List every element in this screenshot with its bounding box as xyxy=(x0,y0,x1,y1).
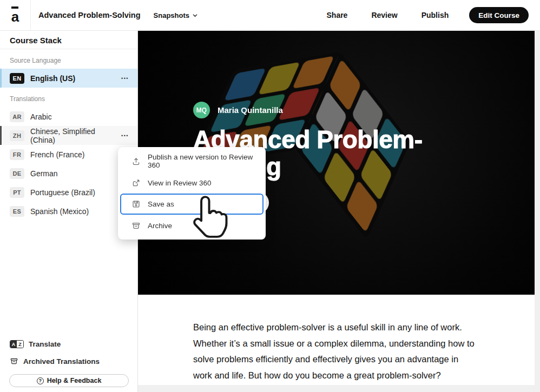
language-name: English (US) xyxy=(30,74,75,83)
app-window: a Advanced Problem-Solving Snapshots Sha… xyxy=(0,0,540,392)
archive-icon xyxy=(10,357,18,366)
language-name: French (France) xyxy=(30,150,84,159)
language-code-badge: ES xyxy=(10,206,24,217)
menu-item-label: Save as xyxy=(148,200,174,208)
language-row-spanish[interactable]: ES Spanish (Mexico) xyxy=(0,202,137,221)
language-code-badge: EN xyxy=(10,73,24,84)
menu-item-label: Publish a new version to Review 360 xyxy=(148,153,264,169)
menu-item-publish-new-version[interactable]: Publish a new version to Review 360 xyxy=(120,150,264,172)
help-feedback-button[interactable]: ? Help & Feedback xyxy=(9,374,129,387)
review-link[interactable]: Review xyxy=(371,11,397,19)
avatar: MQ xyxy=(193,102,210,118)
top-bar: a Advanced Problem-Solving Snapshots Sha… xyxy=(0,0,540,31)
course-intro-paragraph: Being an effective problem-solver is a u… xyxy=(193,320,478,383)
help-feedback-label: Help & Feedback xyxy=(47,377,102,384)
language-name: German xyxy=(30,169,58,178)
language-code-badge: DE xyxy=(10,168,24,179)
language-name: Chinese, Simplified (China) xyxy=(30,127,115,144)
menu-item-label: Archive xyxy=(148,222,172,230)
course-author: MQ Maria Quintanilla xyxy=(193,102,410,118)
language-name: Portuguese (Brazil) xyxy=(30,188,95,197)
row-options-icon[interactable]: ••• xyxy=(121,133,137,138)
question-circle-icon: ? xyxy=(37,377,44,384)
menu-item-label: View in Review 360 xyxy=(148,179,212,187)
edit-course-button[interactable]: Edit Course xyxy=(469,7,529,23)
language-row-portuguese[interactable]: PT Portuguese (Brazil) xyxy=(0,183,137,202)
menu-item-view-in-review[interactable]: View in Review 360 xyxy=(120,172,264,194)
snapshots-dropdown[interactable]: Snapshots xyxy=(154,11,198,19)
translate-button[interactable]: AZ Translate xyxy=(0,336,137,353)
language-name: Arabic xyxy=(30,112,52,121)
page-background-strip xyxy=(138,385,540,392)
menu-item-save-as[interactable]: Save as xyxy=(120,194,264,215)
language-row-german[interactable]: DE German xyxy=(0,164,137,183)
language-row-arabic[interactable]: AR Arabic xyxy=(0,107,137,126)
sidebar-footer: AZ Translate Archived Translations ? Hel… xyxy=(0,336,137,392)
language-options-context-menu: Publish a new version to Review 360 View… xyxy=(118,147,266,240)
source-language-label: Source Language xyxy=(0,49,137,69)
save-icon xyxy=(131,200,141,209)
articulate-logo[interactable]: a xyxy=(0,0,31,30)
language-code-badge: AR xyxy=(10,111,24,122)
language-code-badge: PT xyxy=(10,187,24,198)
archived-translations-button[interactable]: Archived Translations xyxy=(0,353,137,370)
archived-translations-label: Archived Translations xyxy=(23,357,100,366)
publish-upload-icon xyxy=(131,157,141,166)
language-row-french[interactable]: FR French (France) xyxy=(0,145,137,164)
sidebar-title: Course Stack xyxy=(0,31,137,49)
chevron-down-icon xyxy=(192,12,198,18)
language-code-badge: FR xyxy=(10,149,24,160)
author-name: Maria Quintanilla xyxy=(218,105,283,115)
row-options-icon[interactable]: ••• xyxy=(121,76,137,81)
share-link[interactable]: Share xyxy=(327,11,348,19)
page-background-strip xyxy=(535,31,540,392)
language-code-badge: ZH xyxy=(10,130,24,141)
articulate-logo-icon: a xyxy=(11,6,19,24)
translate-label: Translate xyxy=(29,340,61,348)
external-link-icon xyxy=(131,178,141,188)
archive-icon xyxy=(131,221,141,230)
language-name: Spanish (Mexico) xyxy=(30,207,89,216)
course-title: Advanced Problem-Solving xyxy=(38,11,141,19)
publish-link[interactable]: Publish xyxy=(422,11,449,19)
menu-item-archive[interactable]: Archive xyxy=(120,215,264,236)
translate-icon: AZ xyxy=(10,340,24,348)
snapshots-label: Snapshots xyxy=(154,11,189,19)
language-row-english-us[interactable]: EN English (US) ••• xyxy=(0,69,137,88)
translations-label: Translations xyxy=(0,88,137,107)
header-nav: Share Review Publish xyxy=(327,11,449,19)
course-stack-sidebar: Course Stack Source Language EN English … xyxy=(0,31,138,392)
language-row-chinese-simplified[interactable]: ZH Chinese, Simplified (China) ••• xyxy=(0,126,137,145)
